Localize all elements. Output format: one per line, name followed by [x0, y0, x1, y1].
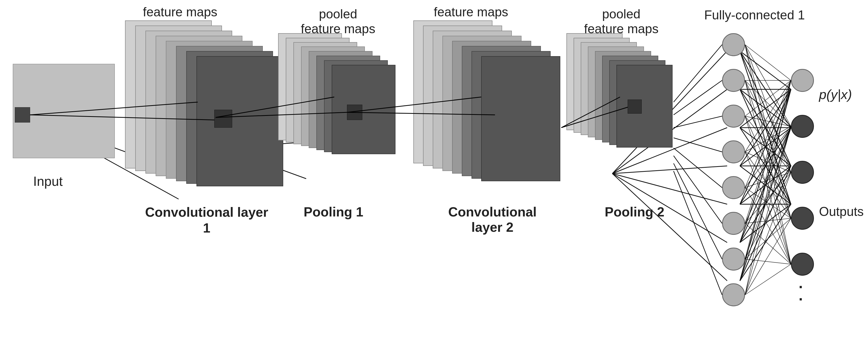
svg-line-32 [740, 51, 791, 204]
conv1-filter-square [214, 110, 232, 128]
svg-line-35 [740, 166, 791, 204]
svg-line-27 [740, 128, 791, 166]
svg-line-8 [612, 174, 727, 204]
svg-line-53 [674, 164, 722, 259]
svg-line-51 [674, 148, 722, 187]
fc-neuron-6 [722, 212, 745, 235]
svg-line-91 [745, 126, 791, 295]
svg-line-68 [745, 116, 791, 218]
svg-line-82 [745, 172, 791, 223]
svg-line-25 [740, 51, 791, 166]
svg-line-47 [674, 45, 722, 102]
svg-line-94 [745, 264, 791, 295]
svg-line-81 [745, 126, 791, 223]
fc-neuron-7 [722, 247, 745, 270]
svg-line-34 [740, 128, 791, 204]
svg-line-84 [745, 223, 791, 264]
svg-line-31 [740, 166, 791, 281]
svg-line-71 [745, 126, 791, 152]
svg-line-61 [745, 80, 791, 126]
svg-line-15 [740, 89, 791, 204]
svg-line-77 [745, 172, 791, 187]
svg-line-23 [740, 128, 791, 242]
fc-neuron-5 [722, 176, 745, 199]
fc-neuron-1 [722, 33, 745, 56]
svg-line-83 [745, 218, 791, 223]
svg-line-66 [745, 116, 791, 126]
svg-line-30 [740, 166, 791, 242]
svg-line-63 [745, 80, 791, 218]
svg-line-64 [745, 80, 791, 264]
cnn-diagram: Input feature maps Convolutional layer 1… [0, 0, 868, 352]
feature-maps-2-label: feature maps [434, 5, 508, 20]
svg-line-7 [612, 166, 727, 174]
out-neuron-5 [791, 253, 814, 276]
svg-line-89 [745, 259, 791, 264]
pool1-map-1 [332, 65, 396, 154]
out-neuron-4 [791, 207, 814, 230]
feature-maps-1-label: feature maps [143, 5, 217, 20]
svg-line-13 [740, 89, 791, 128]
svg-line-59 [745, 45, 791, 264]
svg-line-65 [745, 80, 791, 116]
svg-line-14 [740, 89, 791, 166]
conv-layer-1-label: Convolutional layer 1 [143, 204, 271, 236]
svg-line-78 [745, 187, 791, 218]
pooling-2-label: Pooling 2 [605, 204, 664, 219]
pooling-1-label: Pooling 1 [304, 204, 363, 219]
svg-line-62 [745, 80, 791, 172]
input-label: Input [33, 174, 63, 189]
svg-line-79 [745, 187, 791, 264]
svg-line-74 [745, 152, 791, 264]
fc-neuron-3 [722, 105, 745, 128]
fc-neuron-4 [722, 140, 745, 164]
svg-line-24 [740, 128, 791, 281]
conv1-map-1 [196, 56, 283, 186]
svg-line-10 [612, 174, 727, 281]
svg-line-76 [745, 126, 791, 187]
pooled-feature-maps-2-label: pooledfeature maps [566, 7, 676, 36]
svg-line-90 [745, 80, 791, 295]
fc-neuron-2 [722, 69, 745, 92]
conv2-map-1 [481, 56, 560, 181]
svg-line-69 [745, 116, 791, 264]
svg-line-73 [745, 152, 791, 218]
svg-line-75 [745, 80, 791, 187]
out-neuron-1 [791, 69, 814, 92]
fc-neuron-8 [722, 283, 745, 306]
svg-line-37 [740, 204, 791, 242]
fully-connected-label: Fully-connected 1 [704, 8, 805, 23]
svg-line-52 [674, 156, 722, 223]
svg-line-16 [740, 89, 791, 242]
svg-line-18 [740, 51, 791, 128]
svg-line-38 [740, 204, 791, 281]
svg-line-55 [745, 45, 791, 80]
svg-line-49 [674, 116, 722, 128]
svg-line-26 [740, 89, 791, 166]
svg-line-67 [745, 116, 791, 172]
svg-line-54 [674, 171, 722, 295]
svg-line-21 [740, 128, 791, 166]
svg-line-19 [740, 89, 791, 128]
svg-line-33 [740, 89, 791, 204]
conv-layer-2-label: Convolutionallayer 2 [429, 204, 556, 235]
svg-line-87 [745, 172, 791, 259]
svg-line-57 [745, 45, 791, 172]
svg-line-86 [745, 126, 791, 259]
svg-line-70 [745, 80, 791, 152]
pool1-filter-square [347, 105, 362, 120]
svg-line-80 [745, 80, 791, 223]
svg-line-88 [745, 218, 791, 259]
svg-line-11 [740, 51, 791, 89]
svg-line-22 [740, 128, 791, 204]
dots-label: ·· [799, 281, 803, 305]
pool2-filter-square [628, 99, 642, 114]
svg-line-29 [740, 166, 791, 204]
svg-line-17 [740, 89, 791, 281]
pooled-feature-maps-1-label: pooledfeature maps [278, 7, 398, 36]
svg-line-72 [745, 152, 791, 172]
outputs-label: Outputs [819, 204, 864, 219]
input-filter-square [15, 107, 30, 122]
out-neuron-2 [791, 115, 814, 138]
svg-line-85 [745, 80, 791, 259]
